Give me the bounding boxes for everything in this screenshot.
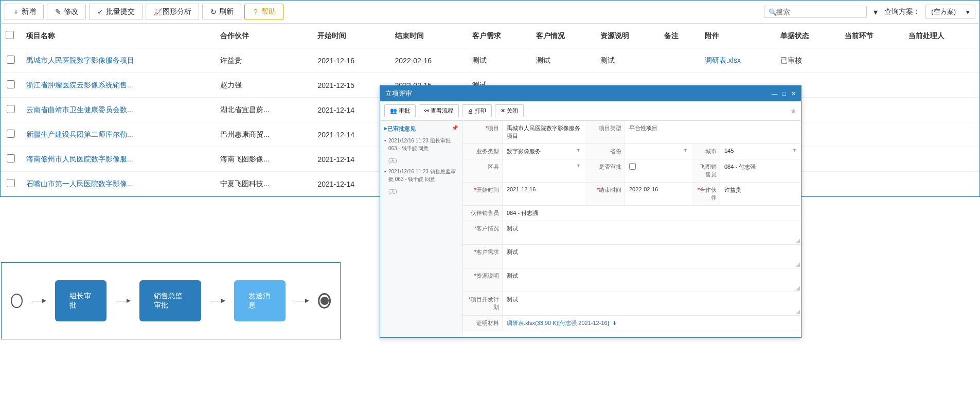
row-checkbox[interactable]	[7, 154, 15, 162]
col-need[interactable]: 客户需求	[467, 24, 531, 48]
chevron-down-icon: ▾	[966, 8, 970, 16]
pencil-icon: ✎	[55, 8, 62, 16]
search-input[interactable]	[776, 8, 866, 16]
col-resource[interactable]: 资源说明	[595, 24, 660, 48]
chart-label: 图形分析	[163, 7, 191, 16]
col-remark[interactable]: 备注	[659, 24, 700, 48]
chart-icon: 📈	[153, 8, 161, 16]
row-checkbox[interactable]	[7, 105, 15, 113]
add-label: 新增	[22, 7, 36, 16]
refresh-button[interactable]: ↻刷新	[202, 4, 241, 20]
cell-partner: 海南飞图影像...	[215, 147, 313, 172]
row-checkbox[interactable]	[7, 80, 15, 88]
form-value-type[interactable]: 平台性项目	[625, 121, 801, 143]
cell-step	[840, 98, 904, 122]
cell-step	[840, 48, 904, 73]
approval-item: 2021/12/16 11:23 销售总监审批 063 - 钱千皖 同意	[388, 168, 458, 183]
cell-handler	[903, 122, 979, 147]
form-label: 省份	[610, 148, 621, 154]
table-row[interactable]: 禹城市人民医院数字影像服务项目 许益贵 2021-12-16 2022-02-1…	[1, 48, 979, 73]
approve-button[interactable]: 👥审批	[384, 104, 416, 117]
form-value-sales[interactable]: 084 - 付志强	[720, 159, 801, 182]
edit-button[interactable]: ✎修改	[47, 4, 86, 20]
popup-form: *项目 禹城市人民医院数字影像服务项目 项目类型 平台性项目 业务类型 数字影像…	[462, 121, 801, 197]
cell-start: 2021-12-15	[312, 73, 389, 98]
edit-label: 修改	[64, 7, 78, 16]
star-icon[interactable]: ★	[790, 107, 797, 115]
cell-status: 已审核	[775, 48, 840, 73]
cell-start: 2021-12-14	[312, 172, 389, 196]
col-end[interactable]: 结束时间	[390, 24, 467, 48]
col-attach[interactable]: 附件	[700, 24, 775, 48]
select-all-checkbox[interactable]	[6, 31, 14, 39]
form-value-start[interactable]: 2021-12-16	[503, 183, 585, 197]
add-button[interactable]: +新增	[5, 4, 44, 20]
form-value-partner[interactable]: 许益贵	[720, 183, 801, 197]
filter-icon[interactable]: ▾	[872, 7, 879, 17]
cell-project-name[interactable]: 云南省曲靖市卫生健康委员会数...	[21, 98, 215, 122]
chevron-down-icon: ▼	[792, 148, 797, 153]
close-icon[interactable]: ✕	[791, 91, 796, 97]
cell-start: 2021-12-14	[312, 98, 389, 122]
popup-titlebar[interactable]: 立项评审 — □ ✕	[380, 86, 801, 101]
form-label: 结束时间	[599, 187, 621, 193]
cell-step	[840, 73, 904, 98]
row-checkbox[interactable]	[7, 56, 15, 64]
form-value-district[interactable]: ▼	[503, 159, 585, 182]
col-start[interactable]: 开始时间	[312, 24, 389, 48]
maximize-icon[interactable]: □	[782, 91, 786, 97]
col-state[interactable]: 客户情况	[531, 24, 595, 48]
trace-button[interactable]: ⚯查看流程	[419, 104, 459, 117]
check-icon: ✓	[97, 8, 104, 16]
col-step[interactable]: 当前环节	[840, 24, 904, 48]
cell-res: 测试	[595, 48, 660, 73]
toolbar-right: 🔍 ▾ 查询方案： (空方案) ▾	[764, 5, 975, 19]
col-partner[interactable]: 合作伙伴	[215, 24, 313, 48]
form-label: 项目类型	[599, 125, 621, 131]
help-button[interactable]: ?帮助	[244, 4, 283, 20]
form-value-city[interactable]: 145▼	[720, 144, 801, 159]
close-button[interactable]: ✕关闭	[495, 104, 524, 117]
form-label: 开始时间	[476, 187, 499, 193]
print-button[interactable]: 🖨打印	[462, 104, 492, 117]
form-value-project[interactable]: 禹城市人民医院数字影像服务项目	[503, 121, 585, 143]
search-icon: 🔍	[769, 8, 776, 16]
form-value-approval[interactable]	[625, 159, 692, 182]
cell-project-name[interactable]: 石嘴山市第一人民医院数字影像...	[21, 172, 215, 196]
form-label: 是否审批	[599, 164, 621, 170]
col-status[interactable]: 单据状态	[775, 24, 840, 48]
popup-toolbar: 👥审批 ⚯查看流程 🖨打印 ✕关闭 ★	[380, 101, 801, 121]
plus-icon: +	[12, 8, 20, 16]
row-checkbox[interactable]	[7, 179, 15, 187]
col-handler[interactable]: 当前处理人	[903, 24, 979, 48]
cell-attach[interactable]: 调研表.xlsx	[700, 48, 775, 73]
form-label: 飞图销售员	[700, 164, 717, 177]
cell-remark	[659, 48, 700, 73]
trace-label: 查看流程	[431, 107, 453, 115]
form-value-end[interactable]: 2022-02-16	[625, 183, 692, 197]
row-checkbox[interactable]	[7, 130, 15, 138]
approval-comment: (无)	[388, 157, 458, 165]
form-value-province[interactable]: ▼	[625, 144, 692, 159]
chart-button[interactable]: 📈图形分析	[146, 4, 199, 20]
search-box[interactable]: 🔍	[764, 6, 867, 18]
users-icon: 👥	[390, 107, 397, 114]
share-icon: ⚯	[424, 107, 429, 114]
form-value-biztype[interactable]: 数字影像服务▼	[503, 144, 585, 159]
pin-icon[interactable]: 📌	[452, 125, 458, 133]
cell-project-name[interactable]: 新疆生产建设兵团第二师库尔勒...	[21, 122, 215, 147]
minimize-icon[interactable]: —	[772, 91, 777, 97]
cell-partner: 巴州惠康商贸...	[215, 122, 313, 147]
print-label: 打印	[475, 107, 486, 115]
approval-checkbox[interactable]	[629, 163, 636, 170]
col-project-name[interactable]: 项目名称	[21, 24, 215, 48]
cell-project-name[interactable]: 浙江省肿瘤医院云影像系统销售...	[21, 73, 215, 98]
cell-project-name[interactable]: 禹城市人民医院数字影像服务项目	[21, 48, 215, 73]
cell-partner: 许益贵	[215, 48, 313, 73]
query-plan-select[interactable]: (空方案) ▾	[925, 5, 975, 19]
cell-project-name[interactable]: 海南儋州市人民医院数字影像服...	[21, 147, 215, 172]
cell-partner: 宁夏飞图科技...	[215, 172, 313, 196]
query-plan-label: 查询方案：	[884, 7, 920, 16]
cell-partner: 湖北省宜昌蔚...	[215, 98, 313, 122]
batch-submit-button[interactable]: ✓批量提交	[89, 4, 142, 20]
